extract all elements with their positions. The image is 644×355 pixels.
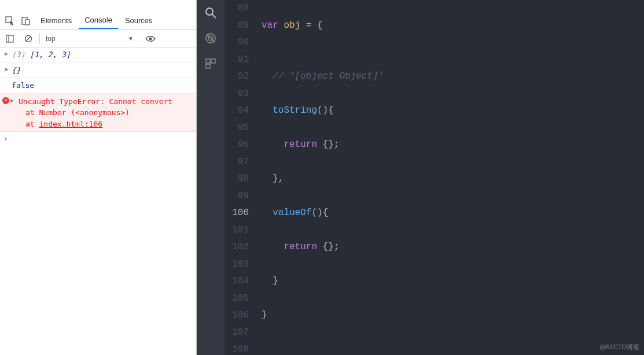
error-icon: ✕ bbox=[2, 97, 9, 104]
svg-line-9 bbox=[212, 14, 216, 18]
console-toolbar: top ▼ bbox=[0, 30, 196, 47]
context-selector[interactable]: top bbox=[43, 34, 124, 44]
tab-elements[interactable]: Elements bbox=[35, 13, 78, 28]
clear-console-icon[interactable] bbox=[21, 31, 36, 46]
editor-panel: 8889909192939495969798991001011021031041… bbox=[197, 0, 644, 355]
console-output: ▶ (3) [1, 2, 3] ▶ {} false ✕ ▶ Uncaught … bbox=[0, 47, 196, 355]
svg-rect-15 bbox=[206, 64, 210, 68]
console-sidebar-toggle-icon[interactable] bbox=[2, 31, 17, 46]
console-row-array[interactable]: ▶ (3) [1, 2, 3] bbox=[0, 47, 196, 63]
extensions-icon[interactable] bbox=[204, 57, 218, 71]
console-row-error[interactable]: ✕ ▶ Uncaught TypeError: Cannot convert a… bbox=[0, 94, 196, 132]
devtools-panel: Elements Console Sources top ▼ ▶ (3) [1,… bbox=[0, 0, 197, 355]
console-row-object[interactable]: ▶ {} bbox=[0, 63, 196, 79]
error-source-link[interactable]: index.html:106 bbox=[39, 120, 102, 128]
debug-icon[interactable] bbox=[204, 31, 218, 45]
svg-point-7 bbox=[149, 37, 152, 40]
tab-console[interactable]: Console bbox=[79, 12, 118, 29]
expand-arrow-icon[interactable]: ▶ bbox=[5, 65, 8, 73]
code-content[interactable]: var obj = { // '[object Object]' toStrin… bbox=[259, 0, 644, 355]
devtools-tabbar: Elements Console Sources bbox=[0, 12, 196, 30]
eye-icon[interactable] bbox=[143, 31, 158, 46]
svg-line-12 bbox=[207, 34, 215, 42]
svg-point-8 bbox=[206, 8, 213, 15]
svg-rect-13 bbox=[206, 59, 210, 63]
search-icon[interactable] bbox=[204, 6, 218, 20]
watermark: @51CTO博客 bbox=[600, 343, 639, 352]
chevron-down-icon: ▼ bbox=[128, 35, 134, 42]
expand-arrow-icon[interactable]: ▶ bbox=[10, 96, 14, 105]
svg-rect-14 bbox=[211, 59, 215, 63]
inspect-icon[interactable] bbox=[2, 13, 17, 28]
tab-sources[interactable]: Sources bbox=[119, 13, 159, 28]
code-editor[interactable]: 8889909192939495969798991001011021031041… bbox=[225, 0, 644, 355]
console-input[interactable] bbox=[0, 132, 196, 136]
line-gutter: 8889909192939495969798991001011021031041… bbox=[225, 0, 259, 355]
svg-rect-2 bbox=[25, 20, 30, 25]
svg-rect-3 bbox=[6, 35, 13, 42]
device-toggle-icon[interactable] bbox=[19, 13, 34, 28]
console-row-bool: false bbox=[0, 78, 196, 94]
expand-arrow-icon[interactable]: ▶ bbox=[5, 49, 8, 58]
activity-bar bbox=[197, 0, 225, 355]
svg-line-6 bbox=[26, 36, 31, 41]
